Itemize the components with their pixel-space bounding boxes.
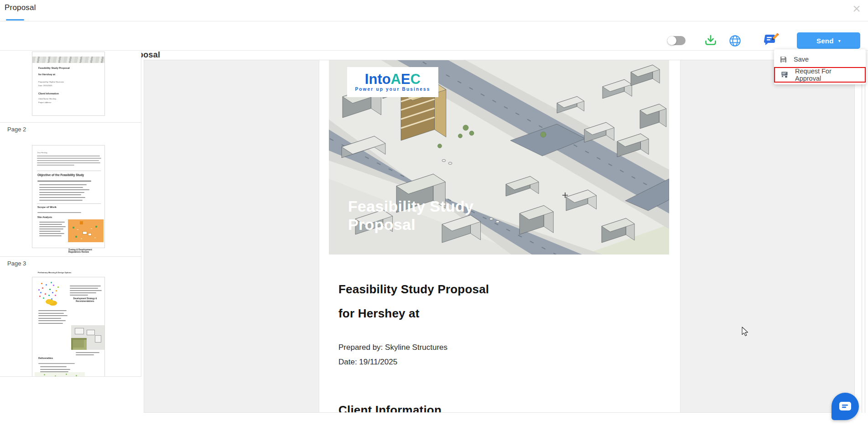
- thumb2-scope-heading: Scope of Work: [37, 205, 57, 208]
- thumbnail-page-2[interactable]: Dear Hershey, Objective of the Feasibili…: [32, 145, 105, 248]
- text-line: [70, 286, 101, 286]
- text-line: [39, 222, 65, 223]
- text-line: [37, 162, 100, 163]
- menu-item-request-for-approval[interactable]: Request For Approval: [774, 67, 866, 83]
- text-line: [70, 292, 96, 293]
- send-button[interactable]: Send ▾: [797, 32, 860, 49]
- thumbnail-page-1[interactable]: Feasibility Study Proposal for Hershey a…: [32, 52, 105, 116]
- close-icon[interactable]: ×: [848, 0, 865, 17]
- thumb1-section: Client Information: [38, 92, 59, 95]
- text-line: [38, 313, 64, 314]
- text-line: [39, 192, 84, 193]
- text-line: [37, 165, 74, 166]
- tab-active-underline: [6, 19, 24, 21]
- menu-item-save[interactable]: Save: [774, 52, 866, 67]
- logo-into-text: Into: [365, 71, 391, 87]
- text-line: [39, 194, 81, 195]
- thumb2-heading: Objective of the Feasibility Study: [37, 173, 84, 177]
- hero-title: Feasibility Study Proposal: [348, 197, 473, 234]
- doc-prepared-by: Prepared by: Skyline Structures: [338, 343, 447, 352]
- menu-item-save-label: Save: [794, 56, 809, 63]
- tab-proposal[interactable]: Proposal: [5, 3, 36, 12]
- text-line: [38, 315, 68, 316]
- text-line: [38, 320, 66, 321]
- divider: [37, 171, 101, 171]
- site-sketch-illustration: [35, 372, 85, 377]
- text-line: [37, 160, 99, 161]
- download-icon[interactable]: [704, 34, 717, 49]
- thumb2-overflow-heading: Zoning & Development Regulations Review: [68, 248, 105, 253]
- thumbnail-cover-image: [32, 57, 104, 63]
- text-line: [39, 231, 61, 232]
- text-line: [38, 310, 67, 311]
- thumb1-prepared: Prepared by: Skyline Structures: [38, 81, 64, 83]
- divider: [0, 256, 141, 257]
- text-line: [39, 184, 87, 185]
- text-line: [39, 233, 64, 234]
- text-line: [70, 295, 88, 296]
- thumb1-title: Feasibility Study Proposal: [38, 67, 70, 69]
- text-line: [37, 212, 81, 213]
- comment-edit-icon[interactable]: [764, 33, 779, 50]
- toggle-knob: [667, 36, 676, 45]
- thumb3-top-heading: Preliminary Massing & Design Options: [38, 271, 72, 274]
- thumb3-heading: Development Strategy & Recommendations: [68, 297, 102, 302]
- massing-render-illustration: [71, 325, 105, 350]
- doc-next-heading: Client Information: [338, 403, 442, 413]
- thumbnail-page-3[interactable]: Development Strategy & Recommendations D…: [32, 277, 105, 377]
- save-icon: [780, 56, 787, 63]
- hero-cover-image: Feasibility Study Proposal IntoAEC Power…: [329, 60, 669, 255]
- intoaec-logo: IntoAEC Power up your Business: [347, 67, 438, 97]
- text-line: [38, 318, 61, 319]
- doc-title-line2: for Hershey at: [338, 307, 420, 321]
- text-line: [40, 366, 67, 367]
- text-line: [39, 226, 66, 227]
- text-line: [39, 200, 83, 201]
- send-caret-icon: ▾: [838, 38, 841, 43]
- text-line: [37, 181, 91, 182]
- menu-item-request-for-approval-label: Request For Approval: [795, 68, 859, 82]
- chat-bubble-icon: [839, 401, 852, 411]
- text-line: [39, 197, 85, 198]
- preview-toggle[interactable]: [667, 36, 686, 45]
- text-line: [76, 354, 94, 355]
- page-thumbnails-sidebar: Feasibility Study Proposal for Hershey a…: [0, 51, 141, 377]
- thumb3-deliverables-heading: Deliverables: [38, 357, 53, 359]
- thumb2-site-heading: Site Analysis: [37, 216, 52, 218]
- thumb1-date: Date: 19/11/2025: [38, 84, 52, 87]
- text-line: [70, 288, 98, 289]
- thumb2-greeting: Dear Hershey,: [37, 152, 47, 154]
- text-line: [37, 156, 100, 156]
- request-approval-icon: [781, 71, 788, 78]
- doc-date: Date: 19/11/2025: [338, 358, 397, 367]
- massing-options-illustration: [38, 282, 67, 307]
- send-button-label: Send: [816, 37, 834, 45]
- chat-widget-button[interactable]: [832, 393, 859, 420]
- text-line: [39, 189, 89, 190]
- text-line: [40, 369, 70, 370]
- text-line: [76, 352, 99, 353]
- tab-bar: Proposal ×: [0, 0, 868, 21]
- text-line: [39, 187, 83, 188]
- thumb1-client: Client Name: Hershey: [38, 98, 56, 100]
- page-3-label: Page 3: [7, 260, 26, 267]
- logo-tagline: Power up your Business: [355, 87, 430, 92]
- text-line: [70, 290, 102, 291]
- document-canvas[interactable]: Feasibility Study Proposal IntoAEC Power…: [144, 60, 855, 413]
- divider: [0, 122, 141, 123]
- text-line: [39, 229, 63, 229]
- doc-title-line1: Feasibility Study Proposal: [338, 282, 489, 296]
- vertical-scrollbar[interactable]: [862, 60, 865, 413]
- text-line: [39, 224, 62, 225]
- text-line: [37, 158, 101, 159]
- globe-icon[interactable]: [729, 35, 741, 49]
- text-line: [38, 323, 63, 324]
- app-root: Proposal × Architectural feasibility stu…: [0, 0, 868, 426]
- logo-aec-text: AEC: [391, 71, 421, 87]
- thumb1-address: Project address:: [38, 101, 52, 104]
- page-2-label: Page 2: [7, 126, 26, 133]
- divider: [37, 203, 101, 204]
- text-line: [38, 363, 75, 364]
- send-dropdown-menu: Save Request For Approval: [774, 49, 866, 84]
- site-analysis-illustration: [68, 219, 104, 242]
